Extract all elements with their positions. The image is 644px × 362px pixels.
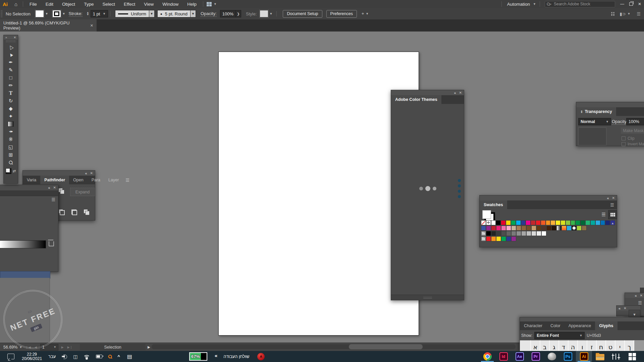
chevron-down-icon[interactable]: ▼ [364, 12, 370, 15]
swatch[interactable] [536, 220, 541, 225]
swatch-group-folder[interactable] [481, 231, 486, 236]
swatch[interactable] [550, 220, 555, 225]
battery-icon[interactable] [96, 355, 102, 358]
next-artboard-icon[interactable]: ▶ [61, 346, 64, 349]
menu-edit[interactable]: Edit [41, 0, 58, 8]
swatch[interactable] [605, 220, 610, 225]
grid-view-icon[interactable] [611, 12, 615, 16]
swatch[interactable] [486, 231, 491, 236]
swatch[interactable] [526, 226, 531, 231]
taskbar-after-effects[interactable]: Ae [512, 351, 528, 362]
glyph-cell[interactable]: א [531, 340, 540, 351]
taskbar-illustrator[interactable]: Ai [576, 351, 592, 362]
wifi-icon[interactable] [84, 354, 90, 359]
close-icon[interactable]: ✕ [624, 307, 626, 310]
menu-view[interactable]: View [140, 0, 158, 8]
swatch[interactable] [511, 231, 516, 236]
glyph-cell[interactable]: י [615, 340, 625, 351]
collapse-icon[interactable]: « [454, 91, 455, 95]
taskbar-indesign[interactable]: Id [495, 351, 512, 362]
snap-options-icon[interactable]: ⌖ [362, 11, 364, 16]
curvature-tool[interactable]: ✎ [4, 66, 17, 74]
menu-select[interactable]: Select [98, 0, 119, 8]
chevron-down-icon[interactable]: ▼ [62, 12, 65, 15]
chevron-down-icon[interactable]: ▼ [103, 12, 106, 15]
glyph-cell[interactable]: ג [550, 340, 559, 351]
taskbar-clock[interactable]: 22:29 20/06/2021 [22, 352, 42, 361]
swatch[interactable] [546, 226, 551, 231]
swatch[interactable] [536, 231, 541, 236]
swatch[interactable] [501, 220, 506, 225]
style-swatch[interactable] [260, 10, 268, 17]
expand-icon[interactable]: » [5, 36, 7, 39]
chevron-down-icon[interactable]: ▼ [191, 10, 196, 17]
swatch[interactable] [506, 236, 511, 241]
close-icon[interactable]: ✕ [53, 186, 56, 189]
close-icon[interactable]: ✕ [13, 36, 16, 39]
swatch[interactable] [501, 226, 506, 231]
artboard-tool[interactable]: ⊞ [4, 151, 17, 159]
fill-stroke-proxy-icon[interactable] [6, 168, 11, 174]
swatch[interactable] [486, 236, 491, 241]
panel-menu-icon[interactable]: ☰ [123, 176, 132, 184]
glyph-cell[interactable]: ב [540, 340, 550, 351]
swatch[interactable] [582, 226, 587, 231]
chevron-down-icon[interactable]: ▼ [54, 346, 56, 349]
language-indicator[interactable]: עבר [48, 354, 56, 359]
swatch[interactable] [526, 231, 531, 236]
exclude-icon[interactable] [84, 209, 90, 215]
swatch[interactable] [511, 236, 516, 241]
status-menu-icon[interactable]: ▶ [148, 345, 150, 349]
swatch[interactable] [516, 231, 521, 236]
swatch[interactable] [600, 220, 605, 225]
taskbar-premiere[interactable]: Pr [528, 351, 544, 362]
home-icon[interactable]: ⌂ [11, 1, 21, 7]
taskbar-photoshop[interactable]: Ps [560, 351, 576, 362]
chevron-down-icon[interactable]: ▼ [531, 2, 538, 6]
swatch[interactable] [541, 220, 546, 225]
unite-shape-mode-icon[interactable] [59, 188, 64, 194]
artboard-number-field[interactable]: 1 ▼ [40, 344, 58, 351]
minimize-button[interactable]: — [618, 0, 627, 8]
stroke-label[interactable]: Stroke: [69, 11, 83, 17]
expand-button[interactable]: Expand [70, 188, 95, 196]
swatch[interactable] [491, 226, 496, 231]
swatch[interactable] [580, 220, 585, 225]
collapse-icon[interactable]: « [635, 294, 636, 297]
swatch[interactable] [531, 231, 536, 236]
collapse-icon[interactable]: « [619, 307, 620, 310]
zoom-tool[interactable]: Ϙ [4, 159, 17, 166]
swatch[interactable] [561, 226, 567, 231]
opacity-label[interactable]: Opacity: [201, 11, 217, 17]
list-view-button[interactable]: ☰ [599, 210, 608, 219]
glyph-cell[interactable] [520, 340, 531, 351]
swatch[interactable] [566, 220, 571, 225]
document-setup-button[interactable]: Document Setup [283, 10, 322, 18]
close-icon[interactable]: ✕ [640, 294, 643, 297]
horizontal-scrollbar[interactable] [152, 344, 516, 349]
last-artboard-icon[interactable]: ▶❘ [67, 346, 73, 349]
speaker-icon[interactable] [62, 354, 67, 359]
document-tab[interactable]: Untitled-1 @ 56.69% (CMYK/GPU Preview) ✕ [0, 19, 97, 32]
control-menu-icon[interactable]: ☰ [637, 11, 641, 16]
search-input[interactable] [545, 1, 615, 7]
swatch[interactable] [491, 220, 496, 225]
menu-help[interactable]: Help [183, 0, 201, 8]
menu-type[interactable]: Type [79, 0, 98, 8]
panel-menu-icon[interactable]: ☰ [607, 200, 617, 209]
tab-appearance[interactable]: Appearance [565, 321, 595, 330]
tab-pathfinder[interactable]: Pathfinder [40, 176, 69, 184]
stroke-color-swatch[interactable] [52, 10, 61, 17]
hidden-icons-chevron[interactable]: ^ [117, 354, 120, 359]
gradient-slider[interactable] [0, 240, 46, 248]
close-tab-icon[interactable]: ✕ [90, 23, 93, 28]
panel-menu-icon[interactable]: ☰ [638, 300, 642, 305]
swatch[interactable] [521, 220, 526, 225]
tab-character[interactable]: Character [520, 321, 546, 330]
make-mask-button[interactable]: Make Mask [621, 127, 644, 134]
opacity-expand-button[interactable]: ❯ [236, 10, 241, 17]
grid-view-button[interactable] [608, 210, 617, 219]
red-sphere-app-icon[interactable] [257, 353, 265, 360]
taskbar-gimp[interactable] [544, 351, 560, 362]
minus-front-icon[interactable] [59, 209, 65, 215]
